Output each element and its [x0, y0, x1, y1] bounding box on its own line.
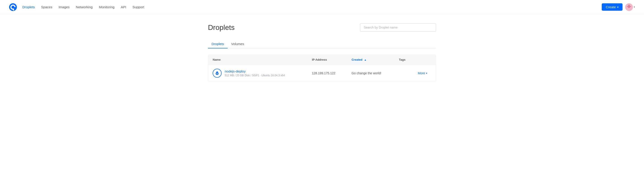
svg-point-10 — [628, 7, 630, 8]
droplets-table: Name IP Address Created ▲ Tags — [208, 55, 436, 82]
svg-rect-1 — [13, 8, 14, 9]
page-title: Droplets — [208, 23, 234, 32]
sort-arrow-icon: ▲ — [364, 58, 366, 61]
col-ip: IP Address — [308, 55, 347, 65]
droplet-name-cell: nodejs-deploy 512 MB / 20 GB Disk / SGP1… — [208, 65, 308, 82]
nav-links: Droplets Spaces Images Networking Monito… — [22, 5, 602, 9]
droplet-info: nodejs-deploy 512 MB / 20 GB Disk / SGP1… — [225, 69, 285, 77]
nav-link-monitoring[interactable]: Monitoring — [99, 5, 114, 9]
droplet-name[interactable]: nodejs-deploy — [225, 69, 285, 73]
nav-link-api[interactable]: API — [121, 5, 126, 9]
droplet-ip-cell: 128.199.175.122 — [308, 65, 347, 82]
col-name: Name — [208, 55, 308, 65]
create-label: Create — [606, 5, 616, 9]
avatar — [625, 3, 633, 11]
droplet-icon — [213, 69, 222, 78]
nav-link-images[interactable]: Images — [58, 5, 70, 9]
svg-point-14 — [217, 73, 218, 74]
svg-rect-2 — [12, 8, 13, 9]
tab-volumes[interactable]: Volumes — [228, 40, 248, 48]
page-header: Droplets — [208, 23, 436, 32]
create-chevron-icon: ▾ — [617, 5, 618, 9]
tabs: Droplets Volumes — [208, 40, 436, 48]
table-header-row: Name IP Address Created ▲ Tags — [208, 55, 436, 65]
navbar: Droplets Spaces Images Networking Monito… — [0, 0, 644, 14]
col-tags: Tags — [394, 55, 414, 65]
create-button[interactable]: Create ▾ — [602, 3, 622, 11]
nav-link-support[interactable]: Support — [132, 5, 144, 9]
col-actions — [414, 55, 436, 65]
nav-link-droplets[interactable]: Droplets — [22, 5, 35, 9]
nav-link-networking[interactable]: Networking — [76, 5, 92, 9]
tab-droplets[interactable]: Droplets — [208, 40, 228, 48]
svg-point-11 — [627, 6, 628, 7]
droplet-more-cell: More ▾ — [414, 65, 436, 82]
droplet-tags-cell — [394, 65, 414, 82]
logo[interactable] — [9, 3, 17, 11]
nav-link-spaces[interactable]: Spaces — [41, 5, 52, 9]
search-wrapper — [360, 23, 436, 32]
svg-point-9 — [630, 5, 630, 6]
main-content: Droplets Droplets Volumes Name IP Addres… — [199, 14, 445, 82]
droplets-table-container: Name IP Address Created ▲ Tags — [208, 55, 436, 82]
droplet-created-cell: Go change the world! — [347, 65, 394, 82]
more-chevron-icon: ▾ — [426, 72, 427, 75]
svg-rect-3 — [13, 9, 14, 10]
more-button[interactable]: More ▾ — [418, 71, 427, 75]
avatar-chevron-icon: ▾ — [634, 5, 635, 8]
navbar-right: Create ▾ ▾ — [602, 3, 635, 11]
search-input[interactable] — [360, 23, 436, 32]
col-created[interactable]: Created ▲ — [347, 55, 394, 65]
table-row: nodejs-deploy 512 MB / 20 GB Disk / SGP1… — [208, 65, 436, 82]
svg-rect-16 — [216, 74, 217, 75]
svg-point-8 — [628, 5, 628, 6]
droplet-cell: nodejs-deploy 512 MB / 20 GB Disk / SGP1… — [213, 69, 303, 78]
svg-point-12 — [630, 6, 631, 7]
droplet-specs: 512 MB / 20 GB Disk / SGP1 · Ubuntu 16.0… — [225, 74, 285, 77]
user-avatar-wrapper[interactable]: ▾ — [625, 3, 635, 11]
